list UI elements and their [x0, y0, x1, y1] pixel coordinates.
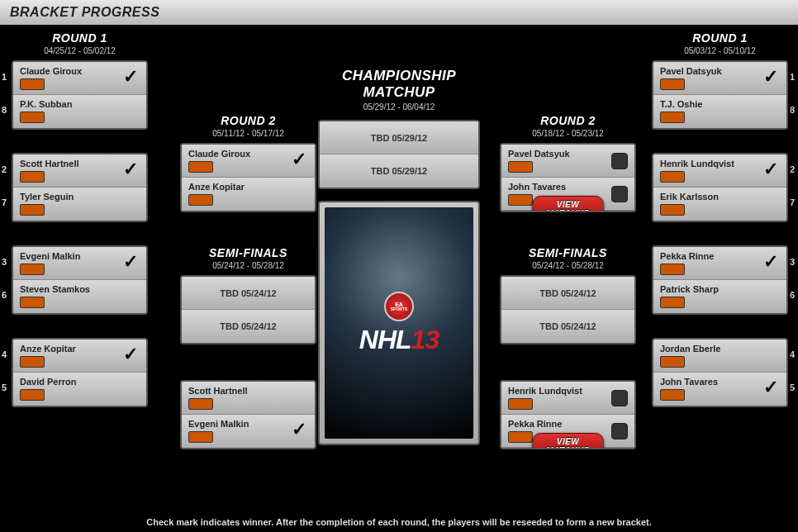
player-slot: T.J. Oshie — [653, 95, 786, 128]
championship-match: TBD 05/29/12 TBD 05/29/12 — [318, 120, 480, 189]
player-slot: Henrik Lundqvist — [501, 382, 634, 415]
vote-box-icon[interactable] — [611, 390, 628, 406]
player-slot: Pavel Datsyuk — [501, 145, 634, 178]
match-tbd: TBD 05/24/12 TBD 05/24/12 — [180, 275, 316, 344]
team-logo — [20, 356, 45, 368]
col-semifinal-left: SEMI-FINALS 05/24/12 - 05/28/12 TBD 05/2… — [180, 246, 316, 356]
checkmark-icon — [121, 254, 140, 273]
team-logo — [508, 431, 533, 443]
player-slot: P.K. Subban — [13, 95, 146, 128]
team-logo — [20, 297, 45, 308]
player-slot: Evgeni Malkin — [13, 247, 146, 280]
team-logo — [20, 171, 45, 183]
championship-header: CHAMPIONSHIP MATCHUP 05/29/12 - 06/04/12 — [318, 68, 480, 112]
checkmark-icon — [762, 380, 780, 398]
player-slot: Claude Giroux — [182, 145, 315, 178]
team-logo — [660, 389, 685, 401]
col-semifinal-right: SEMI-FINALS 05/24/12 - 05/28/12 TBD 05/2… — [500, 246, 636, 356]
round2-right-header: ROUND 2 05/18/12 - 05/23/12 — [500, 114, 636, 138]
team-logo — [508, 161, 533, 173]
match[interactable]: Scott Hartnell Evgeni Malkin — [180, 380, 316, 449]
team-logo — [20, 389, 45, 401]
vote-box-icon[interactable] — [611, 423, 628, 439]
tbd-slot: TBD 05/29/12 — [320, 154, 478, 188]
checkmark-icon — [121, 69, 140, 88]
match-tbd: TBD 05/24/12 TBD 05/24/12 — [500, 275, 636, 344]
checkmark-icon — [121, 347, 140, 365]
player-slot: Erik Karlsson — [653, 188, 786, 221]
player-slot: Patrick Sharp — [653, 280, 786, 313]
match[interactable]: 3 6 Evgeni Malkin Steven Stamkos — [12, 245, 148, 315]
col-round2-left: ROUND 2 05/11/12 - 05/17/12 Claude Girou… — [180, 114, 316, 224]
player-slot: Scott Hartnell — [182, 382, 315, 415]
tbd-slot: TBD 05/29/12 — [320, 121, 478, 154]
bracket-container: ROUND 1 04/25/12 - 05/02/12 1 8 Claude G… — [0, 25, 798, 532]
match[interactable]: Pavel Datsyuk John Tavares VIEW MATCHUP — [500, 143, 636, 212]
team-logo — [660, 78, 685, 90]
tbd-slot: TBD 05/24/12 — [182, 277, 315, 310]
col-round2-right-b: Henrik Lundqvist Pekka Rinne VIEW MATCHU… — [500, 380, 636, 461]
player-slot: John Tavares — [653, 373, 786, 406]
team-logo — [188, 431, 213, 443]
tbd-slot: TBD 05/24/12 — [501, 310, 634, 343]
match[interactable]: 4 5 Jordan Eberle John Tavares — [652, 338, 788, 407]
team-logo — [20, 204, 45, 216]
header: BRACKET PROGRESS — [0, 0, 798, 25]
checkmark-icon — [290, 152, 308, 170]
team-logo — [660, 204, 685, 216]
match[interactable]: 1 8 Claude Giroux P.K. Subban — [12, 60, 148, 130]
col-round1-right: ROUND 1 05/03/12 - 05/10/12 1 8 Pavel Da… — [652, 31, 788, 419]
game-title: NHL13 — [359, 325, 439, 355]
checkmark-icon — [290, 422, 308, 440]
team-logo — [508, 398, 533, 410]
player-slot: David Perron — [13, 373, 146, 406]
ea-sports-logo: EASPORTS — [384, 292, 414, 321]
tbd-slot: TBD 05/24/12 — [182, 310, 315, 343]
team-logo — [508, 194, 533, 206]
col-championship: CHAMPIONSHIP MATCHUP 05/29/12 - 06/04/12… — [318, 68, 480, 445]
team-logo — [660, 171, 685, 183]
team-logo — [188, 398, 213, 410]
team-logo — [20, 264, 45, 275]
team-logo — [20, 112, 45, 123]
round2-left-header: ROUND 2 05/11/12 - 05/17/12 — [180, 114, 316, 138]
team-logo — [188, 194, 213, 206]
col-round2-right: ROUND 2 05/18/12 - 05/23/12 Pavel Datsyu… — [500, 114, 636, 230]
match[interactable]: 2 7 Scott Hartnell Tyler Seguin — [12, 153, 148, 222]
player-slot: Steven Stamkos — [13, 280, 146, 313]
vote-box-icon[interactable] — [611, 153, 628, 169]
tbd-slot: TBD 05/24/12 — [501, 277, 634, 310]
col-round1-left: ROUND 1 04/25/12 - 05/02/12 1 8 Claude G… — [12, 31, 148, 419]
match[interactable]: 2 7 Henrik Lundqvist Erik Karlsson — [652, 153, 788, 222]
player-slot: Claude Giroux — [13, 62, 146, 95]
vote-box-icon[interactable] — [611, 186, 628, 202]
page-title: BRACKET PROGRESS — [10, 5, 159, 20]
match[interactable]: 4 5 Anze Kopitar David Perron — [12, 338, 148, 407]
player-slot: Evgeni Malkin — [182, 415, 315, 448]
team-logo — [188, 161, 213, 173]
match[interactable]: Claude Giroux Anze Kopitar — [180, 143, 316, 212]
semifinal-left-header: SEMI-FINALS 05/24/12 - 05/28/12 — [180, 246, 316, 270]
round1-right-header: ROUND 1 05/03/12 - 05/10/12 — [652, 31, 788, 55]
team-logo — [660, 356, 685, 368]
checkmark-icon — [762, 162, 780, 180]
checkmark-icon — [762, 254, 780, 273]
team-logo — [660, 297, 685, 308]
checkmark-icon — [121, 162, 140, 180]
player-slot: Anze Kopitar — [182, 178, 315, 211]
view-matchup-button[interactable]: VIEW MATCHUP — [532, 196, 604, 212]
match[interactable]: Henrik Lundqvist Pekka Rinne VIEW MATCHU… — [500, 380, 636, 449]
semifinal-right-header: SEMI-FINALS 05/24/12 - 05/28/12 — [500, 246, 636, 270]
player-slot: Pavel Datsyuk — [653, 62, 786, 95]
team-logo — [20, 78, 45, 90]
checkmark-icon — [762, 69, 780, 88]
footer-note: Check mark indicates winner. After the c… — [0, 517, 798, 527]
match[interactable]: 1 8 Pavel Datsyuk T.J. Oshie — [652, 60, 788, 130]
player-slot: Jordan Eberle — [653, 340, 786, 373]
match[interactable]: 3 6 Pekka Rinne Patrick Sharp — [652, 245, 788, 315]
view-matchup-button[interactable]: VIEW MATCHUP — [532, 433, 604, 449]
player-slot: Anze Kopitar — [13, 340, 146, 373]
round1-left-header: ROUND 1 04/25/12 - 05/02/12 — [12, 31, 148, 55]
col-round2-left-b: Scott Hartnell Evgeni Malkin — [180, 380, 316, 461]
player-slot: Pekka Rinne — [653, 247, 786, 280]
